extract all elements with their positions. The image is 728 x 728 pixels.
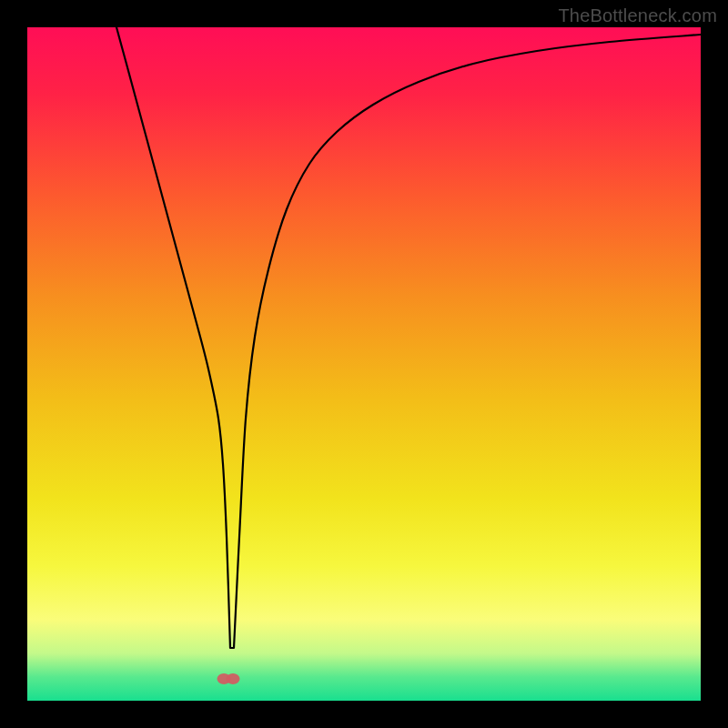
minimum-marker (217, 673, 240, 684)
chart-background (27, 27, 701, 701)
chart-frame: TheBottleneck.com (0, 0, 728, 728)
watermark-text: TheBottleneck.com (558, 5, 717, 26)
svg-point-1 (227, 673, 240, 684)
bottleneck-chart (27, 27, 701, 701)
